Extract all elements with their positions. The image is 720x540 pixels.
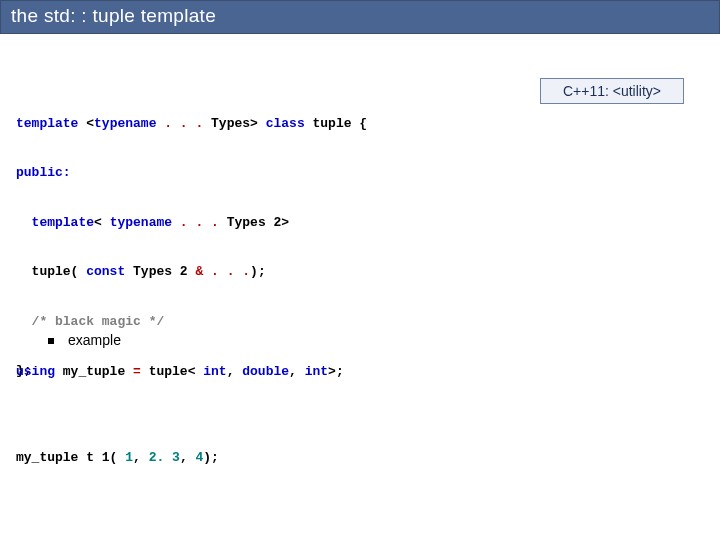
code-text: >; bbox=[328, 364, 344, 379]
code-text: tuple { bbox=[312, 116, 367, 131]
equals: = bbox=[133, 364, 149, 379]
code-text: t 1( bbox=[86, 450, 125, 465]
code-text: , bbox=[227, 364, 243, 379]
slide-title: the std: : tuple template bbox=[11, 5, 216, 26]
usage-block: using my_tuple = tuple< int, double, int… bbox=[16, 358, 344, 472]
code-comment: /* black magic */ bbox=[32, 314, 165, 329]
code-text: ); bbox=[203, 450, 219, 465]
ellipsis: . . . bbox=[172, 215, 227, 230]
code-text: < bbox=[94, 215, 110, 230]
code-text: , bbox=[289, 364, 305, 379]
bullet-icon bbox=[48, 338, 54, 344]
ellipsis: . . . bbox=[211, 264, 250, 279]
slide: the std: : tuple template C++11: <utilit… bbox=[0, 0, 720, 540]
code-text: my_tuple bbox=[63, 364, 133, 379]
keyword-double: double bbox=[242, 364, 289, 379]
code-indent bbox=[16, 215, 32, 230]
code-indent bbox=[16, 314, 32, 329]
keyword-typename: typename bbox=[110, 215, 172, 230]
keyword-template: template bbox=[32, 215, 94, 230]
badge-text: C++11: <utility> bbox=[563, 83, 661, 99]
code-text: , bbox=[133, 450, 149, 465]
slide-title-bar: the std: : tuple template bbox=[0, 0, 720, 34]
ampersand: & bbox=[195, 264, 211, 279]
code-text: ); bbox=[250, 264, 266, 279]
keyword-int: int bbox=[305, 364, 328, 379]
code-text: , bbox=[180, 450, 196, 465]
keyword-int: int bbox=[203, 364, 226, 379]
keyword-using: using bbox=[16, 364, 63, 379]
code-text: tuple( bbox=[32, 264, 87, 279]
example-label: example bbox=[68, 332, 121, 348]
keyword-typename: typename bbox=[94, 116, 156, 131]
code-text: Types 2> bbox=[227, 215, 289, 230]
code-text: tuple< bbox=[149, 364, 204, 379]
example-bullet-row: example bbox=[48, 332, 121, 348]
code-text: < bbox=[78, 116, 94, 131]
keyword-class: class bbox=[266, 116, 313, 131]
keyword-public: public: bbox=[16, 165, 71, 180]
standard-badge: C++11: <utility> bbox=[540, 78, 684, 104]
keyword-const: const bbox=[86, 264, 133, 279]
code-text: Types> bbox=[211, 116, 266, 131]
number-literal: 2. 3 bbox=[149, 450, 180, 465]
code-text: Types 2 bbox=[133, 264, 195, 279]
keyword-template: template bbox=[16, 116, 78, 131]
number-literal: 1 bbox=[125, 450, 133, 465]
ellipsis: . . . bbox=[156, 116, 211, 131]
code-text: my_tuple bbox=[16, 450, 86, 465]
code-indent bbox=[16, 264, 32, 279]
